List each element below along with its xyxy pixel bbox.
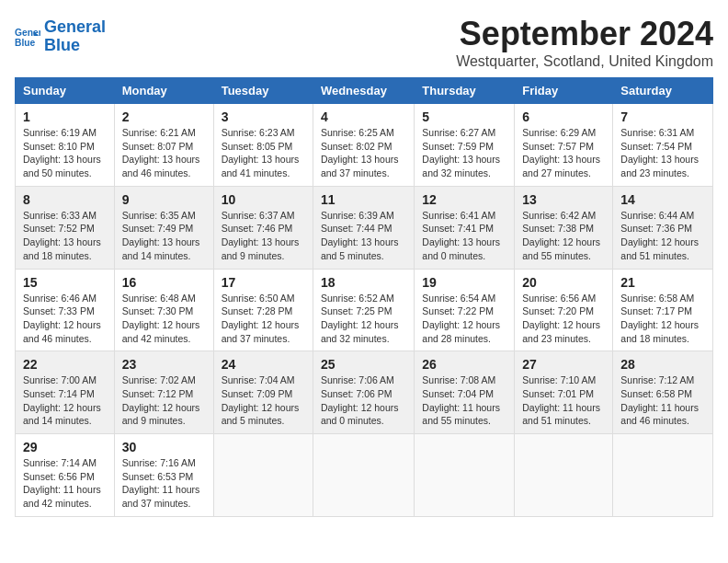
day-number: 30: [122, 440, 206, 454]
page-header: General Blue General Blue September 2024…: [15, 15, 713, 70]
daylight: Daylight: 12 hours and 9 minutes.: [122, 402, 200, 427]
daylight: Daylight: 13 hours and 9 minutes.: [222, 236, 300, 261]
day-number: 18: [321, 275, 406, 290]
calendar-cell: 14Sunrise: 6:44 AMSunset: 7:36 PMDayligh…: [613, 186, 713, 269]
calendar-cell: 25Sunrise: 7:06 AMSunset: 7:06 PMDayligh…: [313, 351, 414, 434]
sunrise: Sunrise: 7:06 AM: [321, 374, 394, 385]
day-number: 26: [422, 357, 506, 372]
calendar-cell: 21Sunrise: 6:58 AMSunset: 7:17 PMDayligh…: [613, 269, 713, 351]
day-detail: Sunrise: 6:33 AMSunset: 7:52 PMDaylight:…: [23, 209, 107, 263]
day-detail: Sunrise: 6:46 AMSunset: 7:33 PMDaylight:…: [23, 292, 107, 346]
daylight: Daylight: 12 hours and 28 minutes.: [422, 319, 500, 344]
day-number: 29: [23, 440, 107, 454]
daylight: Daylight: 12 hours and 37 minutes.: [222, 319, 300, 344]
daylight: Daylight: 12 hours and 18 minutes.: [620, 319, 699, 344]
daylight: Daylight: 12 hours and 5 minutes.: [222, 402, 300, 427]
logo-line2: Blue: [44, 36, 80, 54]
calendar-cell: 1Sunrise: 6:19 AMSunset: 8:10 PMDaylight…: [16, 104, 115, 187]
title-block: September 2024 Westquarter, Scotland, Un…: [456, 15, 713, 70]
day-number: 9: [122, 192, 206, 207]
daylight: Daylight: 12 hours and 51 minutes.: [620, 236, 699, 261]
sunset: Sunset: 7:06 PM: [321, 388, 392, 399]
sunset: Sunset: 7:46 PM: [222, 223, 293, 234]
daylight: Daylight: 11 hours and 51 minutes.: [522, 402, 600, 427]
logo-icon: General Blue: [15, 24, 40, 50]
calendar-cell: 6Sunrise: 6:29 AMSunset: 7:57 PMDaylight…: [515, 104, 613, 187]
sunset: Sunset: 7:49 PM: [122, 223, 194, 234]
svg-text:Blue: Blue: [15, 38, 36, 48]
day-detail: Sunrise: 7:14 AMSunset: 6:56 PMDaylight:…: [23, 456, 107, 511]
calendar-cell: 16Sunrise: 6:48 AMSunset: 7:30 PMDayligh…: [114, 269, 213, 351]
day-number: 5: [422, 109, 506, 124]
daylight: Daylight: 11 hours and 37 minutes.: [122, 484, 200, 509]
sunrise: Sunrise: 6:58 AM: [620, 293, 694, 304]
day-detail: Sunrise: 6:52 AMSunset: 7:25 PMDaylight:…: [321, 292, 406, 346]
sunrise: Sunrise: 6:56 AM: [522, 293, 596, 304]
calendar-cell: 5Sunrise: 6:27 AMSunset: 7:59 PMDaylight…: [415, 104, 515, 187]
daylight: Daylight: 13 hours and 41 minutes.: [222, 154, 300, 178]
calendar-cell: 10Sunrise: 6:37 AMSunset: 7:46 PMDayligh…: [213, 186, 313, 269]
sunrise: Sunrise: 6:54 AM: [422, 293, 495, 304]
daylight: Daylight: 12 hours and 23 minutes.: [522, 319, 600, 344]
sunset: Sunset: 7:38 PM: [522, 223, 594, 234]
day-number: 20: [522, 275, 605, 290]
sunset: Sunset: 6:56 PM: [23, 471, 95, 482]
daylight: Daylight: 13 hours and 50 minutes.: [23, 154, 101, 178]
day-number: 21: [620, 275, 705, 290]
day-detail: Sunrise: 6:19 AMSunset: 8:10 PMDaylight:…: [23, 126, 107, 180]
day-number: 25: [321, 357, 406, 372]
header-day-sunday: Sunday: [16, 78, 115, 104]
daylight: Daylight: 12 hours and 14 minutes.: [23, 402, 101, 427]
daylight: Daylight: 12 hours and 32 minutes.: [321, 319, 399, 344]
day-number: 15: [23, 275, 107, 290]
sunset: Sunset: 7:52 PM: [23, 223, 95, 234]
daylight: Daylight: 13 hours and 27 minutes.: [522, 154, 600, 178]
sunset: Sunset: 7:01 PM: [522, 388, 594, 399]
sunrise: Sunrise: 6:25 AM: [321, 127, 394, 138]
month-title: September 2024: [456, 15, 713, 53]
calendar-week-row: 8Sunrise: 6:33 AMSunset: 7:52 PMDaylight…: [16, 186, 713, 269]
day-detail: Sunrise: 7:04 AMSunset: 7:09 PMDaylight:…: [222, 373, 305, 428]
calendar-cell: [613, 434, 713, 517]
day-number: 23: [122, 357, 206, 372]
calendar-cell: 13Sunrise: 6:42 AMSunset: 7:38 PMDayligh…: [515, 186, 613, 269]
day-detail: Sunrise: 6:41 AMSunset: 7:41 PMDaylight:…: [422, 209, 506, 263]
calendar-cell: 17Sunrise: 6:50 AMSunset: 7:28 PMDayligh…: [213, 269, 313, 351]
calendar-header: SundayMondayTuesdayWednesdayThursdayFrid…: [16, 78, 713, 104]
sunrise: Sunrise: 6:21 AM: [122, 127, 196, 138]
calendar-cell: 23Sunrise: 7:02 AMSunset: 7:12 PMDayligh…: [114, 351, 213, 434]
day-number: 2: [122, 109, 206, 124]
day-number: 19: [422, 275, 506, 290]
day-number: 4: [321, 109, 406, 124]
sunset: Sunset: 7:22 PM: [422, 305, 494, 316]
sunrise: Sunrise: 6:48 AM: [122, 293, 196, 304]
calendar-cell: 7Sunrise: 6:31 AMSunset: 7:54 PMDaylight…: [613, 104, 713, 187]
day-number: 12: [422, 192, 506, 207]
day-detail: Sunrise: 6:54 AMSunset: 7:22 PMDaylight:…: [422, 292, 506, 346]
sunset: Sunset: 7:17 PM: [620, 305, 692, 316]
header-day-friday: Friday: [515, 78, 613, 104]
sunrise: Sunrise: 6:39 AM: [321, 210, 394, 221]
sunset: Sunset: 7:20 PM: [522, 305, 594, 316]
sunrise: Sunrise: 6:23 AM: [222, 127, 295, 138]
calendar-cell: 20Sunrise: 6:56 AMSunset: 7:20 PMDayligh…: [515, 269, 613, 351]
day-detail: Sunrise: 7:08 AMSunset: 7:04 PMDaylight:…: [422, 373, 506, 428]
calendar-cell: 3Sunrise: 6:23 AMSunset: 8:05 PMDaylight…: [213, 104, 313, 187]
day-detail: Sunrise: 6:27 AMSunset: 7:59 PMDaylight:…: [422, 126, 506, 180]
day-number: 8: [23, 192, 107, 207]
calendar-cell: 12Sunrise: 6:41 AMSunset: 7:41 PMDayligh…: [415, 186, 515, 269]
day-detail: Sunrise: 7:10 AMSunset: 7:01 PMDaylight:…: [522, 373, 605, 428]
sunset: Sunset: 8:10 PM: [23, 141, 95, 152]
day-detail: Sunrise: 6:35 AMSunset: 7:49 PMDaylight:…: [122, 209, 206, 263]
sunrise: Sunrise: 6:42 AM: [522, 210, 596, 221]
logo: General Blue General Blue: [15, 18, 106, 55]
sunrise: Sunrise: 7:14 AM: [23, 457, 97, 468]
sunrise: Sunrise: 6:27 AM: [422, 127, 495, 138]
sunset: Sunset: 7:54 PM: [620, 141, 692, 152]
daylight: Daylight: 13 hours and 18 minutes.: [23, 236, 101, 261]
sunset: Sunset: 7:44 PM: [321, 223, 392, 234]
location: Westquarter, Scotland, United Kingdom: [456, 53, 713, 70]
calendar-cell: 2Sunrise: 6:21 AMSunset: 8:07 PMDaylight…: [114, 104, 213, 187]
day-detail: Sunrise: 7:02 AMSunset: 7:12 PMDaylight:…: [122, 373, 206, 428]
day-number: 1: [23, 109, 107, 124]
